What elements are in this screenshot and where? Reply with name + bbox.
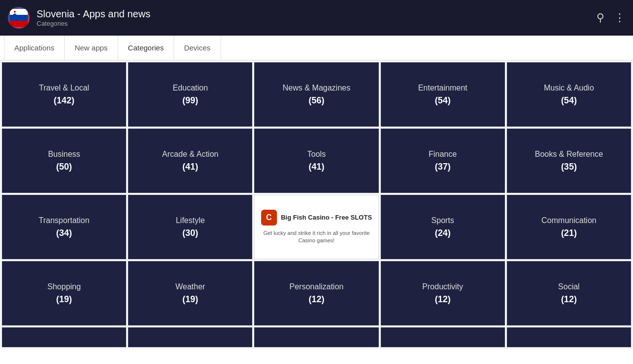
category-transportation[interactable]: Transportation (34) [2,195,126,259]
category-travel-local[interactable]: Travel & Local (142) [2,62,126,127]
category-row5-3[interactable] [254,327,378,347]
header: Slovenia - Apps and news Categories ⚲ ⋮ [0,0,633,36]
svg-rect-1 [10,15,28,21]
nav-item-applications[interactable]: Applications [4,36,65,60]
app-subtitle: Categories [37,20,596,27]
category-row5-5[interactable] [507,327,631,347]
search-icon[interactable]: ⚲ [596,11,604,24]
svg-rect-2 [10,21,28,27]
category-sports[interactable]: Sports (24) [381,195,505,259]
header-title-block: Slovenia - Apps and news Categories [37,8,596,27]
category-business[interactable]: Business (50) [2,129,126,193]
category-row5-4[interactable] [381,327,505,347]
category-education[interactable]: Education (99) [128,62,252,127]
category-productivity[interactable]: Productivity (12) [381,261,505,325]
categories-grid: Travel & Local (142) Education (99) News… [0,60,633,349]
nav-item-devices[interactable]: Devices [174,36,221,60]
category-communication[interactable]: Communication (21) [507,195,631,259]
category-music-audio[interactable]: Music & Audio (54) [507,62,631,127]
category-personalization[interactable]: Personalization (12) [254,261,378,325]
ad-app-icon: C [261,210,277,226]
category-news-magazines[interactable]: News & Magazines (56) [254,62,378,127]
svg-rect-0 [10,9,28,15]
navigation-bar: Applications New apps Categories Devices [0,36,633,60]
category-books-reference[interactable]: Books & Reference (35) [507,129,631,193]
category-shopping[interactable]: Shopping (19) [2,261,126,325]
more-options-icon[interactable]: ⋮ [614,11,625,24]
category-arcade-action[interactable]: Arcade & Action (41) [128,129,252,193]
app-logo [8,7,30,29]
category-row5-1[interactable] [2,327,126,347]
advertisement-big-fish[interactable]: C Big Fish Casino - Free SLOTS Get lucky… [254,195,378,259]
nav-item-categories[interactable]: Categories [118,36,175,60]
category-tools[interactable]: Tools (41) [254,129,378,193]
nav-item-new-apps[interactable]: New apps [65,36,118,60]
category-row5-2[interactable] [128,327,252,347]
category-weather[interactable]: Weather (19) [128,261,252,325]
category-social[interactable]: Social (12) [507,261,631,325]
app-title: Slovenia - Apps and news [37,8,596,20]
category-finance[interactable]: Finance (37) [381,129,505,193]
header-actions: ⚲ ⋮ [596,11,625,24]
category-entertainment[interactable]: Entertainment (54) [381,62,505,127]
svg-rect-4 [13,14,16,15]
category-lifestyle[interactable]: Lifestyle (30) [128,195,252,259]
